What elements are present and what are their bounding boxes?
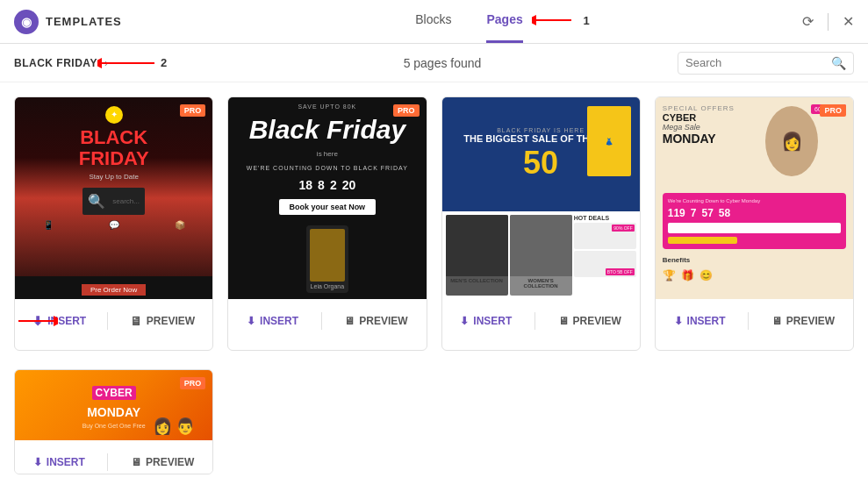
card2-here: is here (317, 150, 338, 158)
chevron-right-icon: › (104, 57, 108, 69)
preview-button[interactable]: 🖥 PREVIEW (130, 314, 195, 328)
search-area[interactable]: 🔍 (678, 52, 854, 75)
insert-icon: ⬇ (32, 314, 43, 328)
card1-title: BLACK FRIDAY (79, 127, 149, 169)
card5-insert-icon: ⬇ (33, 456, 42, 468)
card4-preview: SPECIAL OFFERS CYBER Mega Sale MONDAY 60… (656, 97, 853, 299)
search-input[interactable] (685, 56, 826, 69)
app-title: TEMPLATES (46, 15, 122, 28)
template-card-1[interactable]: ✦ BLACK FRIDAY Stay Up to Date 🔍 search.… (14, 96, 213, 351)
card1-actions: ⬇ INSERT 🖥 PREVIEW 3 (15, 299, 212, 343)
card5-divider (107, 453, 108, 471)
card5-title: CYBER MONDAY (87, 381, 140, 421)
breadcrumb-area: BLACK FRIDAY › 2 (14, 57, 207, 69)
card5-people: 👩 👨 (153, 417, 195, 436)
card4-preview-button[interactable]: 🖥 PREVIEW (771, 315, 835, 327)
card5-insert-button[interactable]: ⬇ INSERT (33, 456, 85, 468)
search-icon: 🔍 (831, 56, 846, 70)
close-button[interactable]: ✕ (843, 13, 854, 30)
card2-cta: Book your seat Now (279, 199, 377, 215)
card3-bottom: MEN'S COLLECTION WOMEN'S COLLECTION HOT … (442, 211, 640, 299)
card1-pro-badge: PRO (180, 104, 206, 117)
card2-insert-button[interactable]: ⬇ INSERT (247, 315, 298, 327)
card5-preview: CYBER MONDAY Buy One Get One Free 👩 👨 PR… (15, 370, 212, 440)
actions-divider (107, 312, 108, 330)
header: ◉ TEMPLATES Blocks Pages 1 ⟳ ✕ (0, 0, 868, 44)
card1-form: 🔍 search... (82, 188, 145, 215)
card2-divider (321, 312, 322, 330)
card5-sub: Buy One Get One Free (82, 423, 146, 429)
card2-save: SAVE UPTO 80K (298, 103, 356, 110)
card1-emblem: ✦ (105, 106, 123, 124)
tab-blocks[interactable]: Blocks (415, 0, 451, 43)
category-label: BLACK FRIDAY (14, 57, 97, 69)
annotation-1: 1 (584, 14, 590, 27)
card3-insert-icon: ⬇ (460, 315, 469, 327)
card5-preview-button[interactable]: 🖥 PREVIEW (131, 456, 194, 468)
annotation-2: 2 (161, 56, 167, 69)
card2-preview-button[interactable]: 🖥 PREVIEW (344, 315, 407, 327)
nav-tabs: Blocks Pages 1 (154, 0, 784, 43)
card2-actions: ⬇ INSERT 🖥 PREVIEW (228, 299, 426, 343)
card4-countdown: We're Counting Down to Cyber Monday 1197… (663, 193, 846, 249)
card4-divider (748, 312, 749, 330)
card3-preview: BLACK FRIDAY IS HERE THE BIGGEST SALE OF… (442, 97, 640, 299)
tab-pages[interactable]: Pages 1 (486, 0, 522, 43)
card4-insert-icon: ⬇ (674, 315, 683, 327)
card1-preview: ✦ BLACK FRIDAY Stay Up to Date 🔍 search.… (15, 97, 212, 299)
template-card-2[interactable]: SAVE UPTO 80K Black Friday is here WE'RE… (227, 96, 427, 351)
header-actions: ⟳ ✕ (784, 13, 854, 31)
card3-insert-button[interactable]: ⬇ INSERT (460, 315, 512, 327)
card3-actions: ⬇ INSERT 🖥 PREVIEW (442, 299, 640, 343)
card2-title: Black Friday (249, 117, 405, 143)
card1-bg: ✦ BLACK FRIDAY Stay Up to Date 🔍 search.… (15, 97, 212, 299)
template-grid: ✦ BLACK FRIDAY Stay Up to Date 🔍 search.… (0, 82, 868, 492)
card5-actions: ⬇ INSERT 🖥 PREVIEW (15, 440, 212, 474)
card4-insert-button[interactable]: ⬇ INSERT (674, 315, 726, 327)
template-card-3[interactable]: BLACK FRIDAY IS HERE THE BIGGEST SALE OF… (441, 96, 641, 351)
card3-preview-button[interactable]: 🖥 PREVIEW (558, 315, 621, 327)
pages-found: 5 pages found (207, 56, 678, 70)
card2-desc: WE'RE COUNTING DOWN TO BLACK FRIDAY (247, 165, 408, 171)
subheader: BLACK FRIDAY › 2 5 pages found 🔍 (0, 44, 868, 82)
card4-monitor-icon: 🖥 (771, 315, 782, 327)
arrow1-icon (532, 12, 576, 28)
refresh-button[interactable]: ⟳ (802, 13, 814, 30)
card2-preview: SAVE UPTO 80K Black Friday is here WE'RE… (228, 97, 426, 299)
card2-countdown: 188220 (299, 178, 356, 192)
card5-pro-badge: PRO (180, 377, 206, 389)
logo-area: ◉ TEMPLATES (14, 10, 154, 34)
card4-pro-badge: PRO (820, 104, 846, 117)
card1-subtitle: Stay Up to Date (89, 173, 138, 181)
card4-benefits: Benefits (663, 256, 846, 264)
card4-benefits-icons: 🏆 🎁 😊 (663, 269, 846, 282)
card2-monitor-icon: 🖥 (344, 315, 355, 327)
card2-person: Leia Organa (306, 225, 348, 293)
header-divider (828, 13, 829, 31)
card2-pro-badge: PRO (393, 104, 420, 117)
card3-divider (534, 312, 535, 330)
card3-monitor-icon: 🖥 (558, 315, 569, 327)
card3-top: BLACK FRIDAY IS HERE THE BIGGEST SALE OF… (442, 97, 640, 211)
card4-bg: SPECIAL OFFERS CYBER Mega Sale MONDAY 60… (656, 97, 853, 299)
template-card-5[interactable]: CYBER MONDAY Buy One Get One Free 👩 👨 PR… (14, 369, 213, 474)
insert-button[interactable]: ⬇ INSERT (32, 314, 86, 328)
card2-insert-icon: ⬇ (247, 315, 255, 327)
card2-bg: SAVE UPTO 80K Black Friday is here WE'RE… (228, 97, 426, 299)
logo-icon: ◉ (14, 10, 39, 34)
card1-icons: 📱 💬 📦 (15, 220, 212, 230)
card1-cta: Pre Order Now (15, 276, 212, 299)
template-card-4[interactable]: SPECIAL OFFERS CYBER Mega Sale MONDAY 60… (655, 96, 854, 351)
card5-monitor-icon: 🖥 (131, 456, 141, 468)
monitor-icon: 🖥 (130, 314, 142, 328)
card4-actions: ⬇ INSERT 🖥 PREVIEW (656, 299, 853, 343)
